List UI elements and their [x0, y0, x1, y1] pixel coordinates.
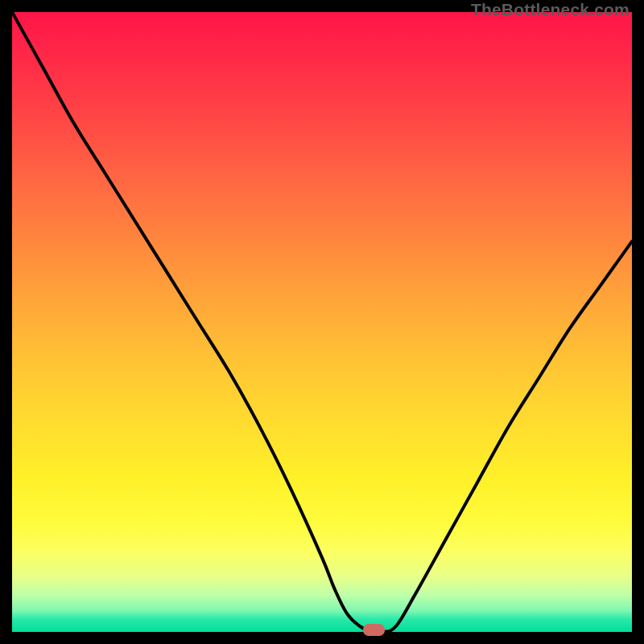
bottleneck-marker — [363, 624, 385, 636]
plot-gradient-background — [12, 12, 632, 632]
chart-root: TheBottleneck.com — [0, 0, 644, 644]
watermark-text: TheBottleneck.com — [471, 0, 630, 19]
